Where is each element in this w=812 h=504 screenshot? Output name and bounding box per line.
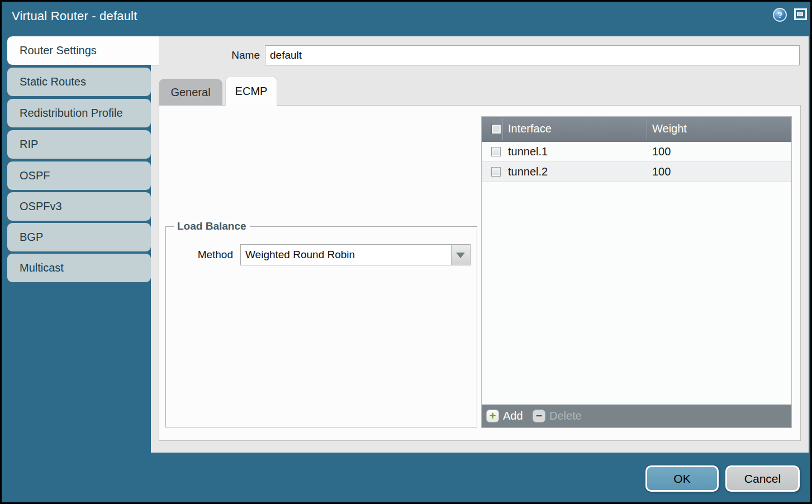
sidebar-item-rip[interactable]: RIP xyxy=(7,130,151,159)
interface-column-header[interactable]: Interface xyxy=(508,122,552,135)
column-divider xyxy=(502,118,503,140)
chevron-down-icon xyxy=(456,253,465,258)
sidebar-item-redistribution-profile[interactable]: Redistribution Profile xyxy=(7,99,151,127)
sidebar-item-ospf[interactable]: OSPF xyxy=(7,161,151,190)
table-row[interactable]: tunnel.1 100 xyxy=(482,142,791,162)
sidebar-item-static-routes[interactable]: Static Routes xyxy=(7,68,151,96)
add-icon[interactable]: + xyxy=(486,410,499,422)
method-value: Weighted Round Robin xyxy=(245,249,355,261)
sidebar-item-multicast[interactable]: Multicast xyxy=(7,254,151,282)
cancel-button[interactable]: Cancel xyxy=(725,465,800,492)
interface-cell: tunnel.1 xyxy=(508,145,548,158)
column-divider xyxy=(647,118,647,140)
tab-general[interactable]: General xyxy=(159,79,222,106)
tab-ecmp[interactable]: ECMP xyxy=(225,76,277,106)
row-checkbox[interactable] xyxy=(491,147,501,156)
method-dropdown-button[interactable] xyxy=(451,245,470,265)
window-icon[interactable] xyxy=(794,8,807,20)
window-icon-inner xyxy=(797,12,803,16)
weight-column-header[interactable]: Weight xyxy=(652,122,687,135)
table-header: Interface Weight xyxy=(482,117,791,142)
method-dropdown[interactable]: Weighted Round Robin xyxy=(240,244,471,265)
weight-cell: 100 xyxy=(652,145,671,158)
select-all-checkbox[interactable] xyxy=(491,124,501,134)
method-label: Method xyxy=(178,249,233,261)
interface-cell: tunnel.2 xyxy=(508,165,548,178)
weight-cell: 100 xyxy=(652,165,671,178)
row-checkbox[interactable] xyxy=(491,167,501,177)
table-action-bar: + Add − Delete xyxy=(482,405,791,427)
name-input[interactable] xyxy=(265,45,800,65)
sidebar-item-router-settings[interactable]: Router Settings xyxy=(7,36,159,65)
delete-icon: − xyxy=(533,410,545,422)
interface-table: Interface Weight tunnel.1 100 tunnel.2 1… xyxy=(481,116,792,428)
add-button[interactable]: Add xyxy=(503,410,523,422)
sidebar-item-bgp[interactable]: BGP xyxy=(7,223,151,251)
delete-button: Delete xyxy=(549,410,582,422)
sidebar-item-ospfv3[interactable]: OSPFv3 xyxy=(7,192,151,221)
dialog-title: Virtual Router - default xyxy=(12,9,137,23)
help-icon[interactable]: ? xyxy=(773,8,787,22)
load-balance-legend: Load Balance xyxy=(174,220,250,232)
virtual-router-dialog: Virtual Router - default ? Router Settin… xyxy=(0,0,812,504)
table-row[interactable]: tunnel.2 100 xyxy=(482,162,791,182)
load-balance-group: Load Balance Method Weighted Round Robin xyxy=(165,226,477,427)
ok-button[interactable]: OK xyxy=(645,465,719,492)
name-label: Name xyxy=(186,49,260,61)
